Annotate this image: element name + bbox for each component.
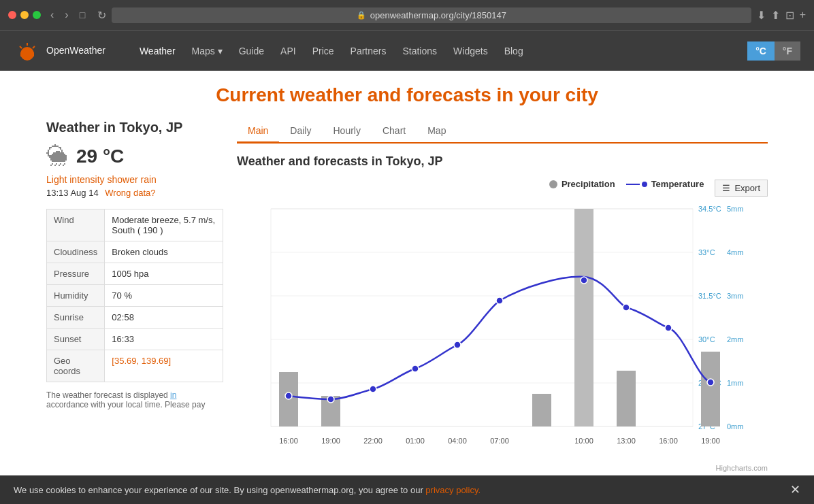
url-text: openweathermap.org/city/1850147 bbox=[370, 10, 506, 20]
temp-dot-1300 bbox=[623, 304, 630, 311]
svg-line-3 bbox=[33, 46, 35, 48]
nav-weather[interactable]: Weather bbox=[133, 40, 182, 62]
nav-widgets[interactable]: Widgets bbox=[446, 40, 495, 62]
browser-actions: ⬇ ⬆ ⊡ + bbox=[757, 9, 806, 22]
datetime-text: 13:13 Aug 14 bbox=[46, 188, 99, 198]
download-button[interactable]: ⬇ bbox=[757, 9, 766, 22]
navbar: OpenWeather Weather Maps ▾ Guide API Pri… bbox=[0, 30, 814, 71]
tab-hourly[interactable]: Hourly bbox=[322, 120, 371, 144]
wind-label: Wind bbox=[47, 209, 105, 241]
tab-main[interactable]: Main bbox=[237, 120, 279, 144]
minimize-dot[interactable] bbox=[20, 11, 29, 19]
forward-button[interactable]: › bbox=[61, 7, 72, 22]
precipitation-legend-label: Precipitation bbox=[561, 179, 615, 189]
page-title: Current weather and forecasts in your ci… bbox=[46, 84, 768, 106]
refresh-button[interactable]: ↻ bbox=[97, 9, 106, 22]
privacy-policy-link[interactable]: privacy policy. bbox=[425, 485, 481, 486]
axis-label-2mm: 2mm bbox=[727, 335, 743, 343]
nav-api[interactable]: API bbox=[274, 40, 303, 62]
sunset-value: 16:33 bbox=[105, 329, 223, 350]
axis-label-31-5c: 31.5°C bbox=[698, 292, 721, 300]
celsius-button[interactable]: °C bbox=[747, 41, 775, 61]
weather-main: 🌦 29 °C bbox=[46, 144, 223, 169]
nav-stations[interactable]: Stations bbox=[395, 40, 444, 62]
temperature-legend-line bbox=[626, 184, 640, 185]
browser-nav: ‹ › □ bbox=[46, 7, 89, 22]
precip-bar-0700 bbox=[532, 394, 551, 426]
svg-rect-1 bbox=[20, 52, 34, 56]
fahrenheit-button[interactable]: °F bbox=[775, 41, 800, 61]
lock-icon: 🔒 bbox=[357, 11, 366, 20]
temp-dot-0400 bbox=[454, 341, 461, 348]
table-row: Sunset 16:33 bbox=[47, 329, 223, 350]
nav-links: Weather Maps ▾ Guide API Price Partners … bbox=[133, 40, 747, 62]
sunrise-label: Sunrise bbox=[47, 307, 105, 329]
export-button[interactable]: ☰ Export bbox=[715, 180, 768, 197]
time-2200: 22:00 bbox=[363, 437, 382, 445]
precip-bar-1000 bbox=[574, 209, 593, 426]
axis-label-4mm: 4mm bbox=[727, 248, 743, 256]
wrong-data-link[interactable]: Wrong data? bbox=[105, 188, 155, 198]
humidity-label: Humidity bbox=[47, 285, 105, 307]
note-link[interactable]: in bbox=[170, 390, 176, 400]
geo-link[interactable]: [35.69, 139.69] bbox=[112, 356, 171, 366]
weather-description: Light intensity shower rain bbox=[46, 174, 223, 185]
cloudiness-label: Cloudiness bbox=[47, 241, 105, 263]
chart-title: Weather and forecasts in Tokyo, JP bbox=[237, 154, 768, 169]
new-tab-button[interactable]: + bbox=[800, 9, 806, 22]
nav-blog[interactable]: Blog bbox=[498, 40, 530, 62]
address-bar[interactable]: 🔒 openweathermap.org/city/1850147 bbox=[112, 7, 751, 23]
temp-toggle: °C °F bbox=[747, 41, 800, 61]
weather-chart: 34.5°C 33°C 31.5°C 30°C 28.5°C 27°C 5mm … bbox=[237, 202, 727, 460]
close-dot[interactable] bbox=[8, 11, 16, 19]
maximize-dot[interactable] bbox=[33, 11, 41, 19]
city-title: Weather in Tokyo, JP bbox=[46, 120, 223, 135]
time-1900r: 19:00 bbox=[701, 437, 720, 445]
temperature-legend: Temperature bbox=[626, 179, 704, 189]
export-label: Export bbox=[734, 183, 760, 193]
table-row: Pressure 1005 hpa bbox=[47, 263, 223, 285]
fullscreen-button[interactable]: ⊡ bbox=[785, 9, 794, 22]
window-view-button[interactable]: □ bbox=[76, 7, 89, 22]
nav-maps[interactable]: Maps ▾ bbox=[185, 40, 229, 62]
geocoords-value: [35.69, 139.69] bbox=[105, 350, 223, 382]
humidity-value: 70 % bbox=[105, 285, 223, 307]
table-row: Geo coords [35.69, 139.69] bbox=[47, 350, 223, 382]
temp-dot-0100 bbox=[412, 365, 419, 372]
pressure-value: 1005 hpa bbox=[105, 263, 223, 285]
nav-partners[interactable]: Partners bbox=[344, 40, 393, 62]
temp-dot-0700 bbox=[496, 297, 503, 304]
axis-label-3mm: 3mm bbox=[727, 292, 743, 300]
logo-text: OpenWeather bbox=[46, 45, 105, 56]
table-row: Wind Moderate breeze, 5.7 m/s, South ( 1… bbox=[47, 209, 223, 241]
geocoords-label: Geo coords bbox=[47, 350, 105, 382]
tab-map[interactable]: Map bbox=[417, 120, 457, 144]
time-0700: 07:00 bbox=[490, 437, 509, 445]
precip-bar-1900r bbox=[701, 352, 720, 426]
sunset-label: Sunset bbox=[47, 329, 105, 350]
browser-chrome: ‹ › □ ↻ 🔒 openweathermap.org/city/185014… bbox=[0, 0, 814, 30]
temp-dot-1900r bbox=[707, 379, 714, 386]
chart-wrapper: Precipitation Temperature ☰ Export bbox=[237, 177, 768, 472]
weather-condition-icon: 🌦 bbox=[46, 144, 68, 169]
tab-daily[interactable]: Daily bbox=[279, 120, 322, 144]
time-0400: 04:00 bbox=[448, 437, 467, 445]
time-0100: 01:00 bbox=[406, 437, 425, 445]
precip-bar-1300 bbox=[617, 371, 636, 426]
nav-price[interactable]: Price bbox=[306, 40, 341, 62]
cookie-close-button[interactable]: ✕ bbox=[790, 482, 800, 486]
weather-time: 13:13 Aug 14 Wrong data? bbox=[46, 188, 223, 198]
content-area: Weather in Tokyo, JP 🌦 29 °C Light inten… bbox=[46, 120, 768, 472]
cookie-text: We use cookies to enhance your experienc… bbox=[14, 485, 481, 486]
svg-line-4 bbox=[20, 46, 22, 48]
nav-guide[interactable]: Guide bbox=[232, 40, 271, 62]
logo-area: OpenWeather bbox=[14, 40, 105, 62]
tab-chart[interactable]: Chart bbox=[372, 120, 417, 144]
precipitation-legend: Precipitation bbox=[549, 179, 615, 189]
time-1000: 10:00 bbox=[574, 437, 593, 445]
back-button[interactable]: ‹ bbox=[46, 7, 58, 22]
table-row: Sunrise 02:58 bbox=[47, 307, 223, 329]
table-row: Humidity 70 % bbox=[47, 285, 223, 307]
share-button[interactable]: ⬆ bbox=[771, 9, 780, 22]
precipitation-legend-icon bbox=[549, 180, 557, 188]
